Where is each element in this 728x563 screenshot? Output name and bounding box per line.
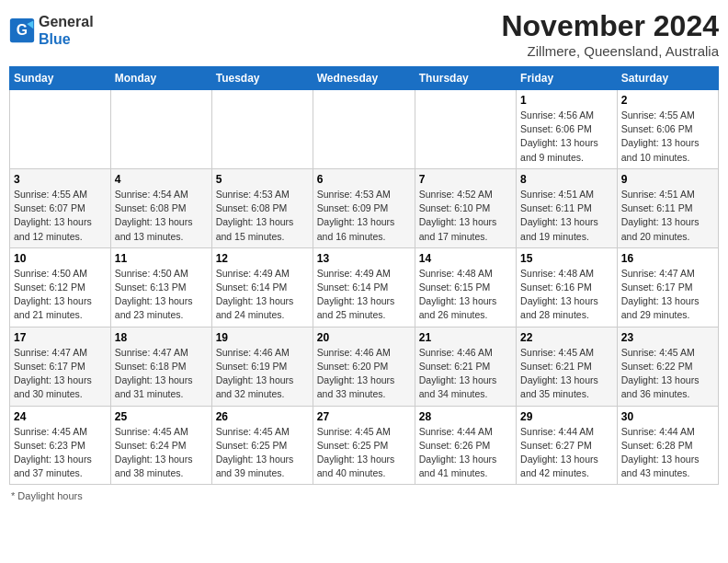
calendar-cell: 14Sunrise: 4:48 AM Sunset: 6:15 PM Dayli…: [415, 247, 516, 327]
day-number: 19: [216, 331, 309, 344]
calendar-day-header: Wednesday: [313, 67, 415, 90]
calendar-header-row: SundayMondayTuesdayWednesdayThursdayFrid…: [10, 67, 719, 90]
calendar-cell: 28Sunrise: 4:44 AM Sunset: 6:26 PM Dayli…: [415, 406, 516, 485]
day-detail: Sunrise: 4:45 AM Sunset: 6:21 PM Dayligh…: [520, 346, 613, 402]
day-detail: Sunrise: 4:45 AM Sunset: 6:25 PM Dayligh…: [317, 425, 411, 481]
day-detail: Sunrise: 4:45 AM Sunset: 6:22 PM Dayligh…: [621, 346, 714, 402]
calendar-cell: 18Sunrise: 4:47 AM Sunset: 6:18 PM Dayli…: [110, 327, 211, 406]
day-detail: Sunrise: 4:52 AM Sunset: 6:10 PM Dayligh…: [419, 188, 512, 244]
day-number: 8: [520, 173, 613, 186]
day-detail: Sunrise: 4:51 AM Sunset: 6:11 PM Dayligh…: [520, 188, 613, 244]
day-detail: Sunrise: 4:47 AM Sunset: 6:18 PM Dayligh…: [115, 346, 208, 402]
calendar-cell: 11Sunrise: 4:50 AM Sunset: 6:13 PM Dayli…: [110, 247, 211, 327]
calendar-day-header: Sunday: [10, 67, 111, 90]
calendar-day-header: Monday: [110, 67, 211, 90]
day-number: 28: [419, 410, 512, 423]
title-block: November 2024 Zillmere, Queensland, Aust…: [501, 9, 719, 59]
calendar-table: SundayMondayTuesdayWednesdayThursdayFrid…: [9, 66, 719, 485]
day-detail: Sunrise: 4:47 AM Sunset: 6:17 PM Dayligh…: [14, 346, 107, 402]
day-detail: Sunrise: 4:53 AM Sunset: 6:09 PM Dayligh…: [317, 188, 411, 244]
logo-icon: G: [9, 17, 35, 43]
day-detail: Sunrise: 4:46 AM Sunset: 6:19 PM Dayligh…: [216, 346, 309, 402]
day-detail: Sunrise: 4:55 AM Sunset: 6:07 PM Dayligh…: [14, 188, 107, 244]
day-number: 18: [115, 331, 208, 344]
calendar-cell: 22Sunrise: 4:45 AM Sunset: 6:21 PM Dayli…: [517, 327, 618, 406]
day-number: 1: [520, 94, 613, 107]
day-detail: Sunrise: 4:46 AM Sunset: 6:20 PM Dayligh…: [317, 346, 411, 402]
day-number: 9: [621, 173, 714, 186]
day-detail: Sunrise: 4:48 AM Sunset: 6:15 PM Dayligh…: [419, 267, 512, 323]
day-detail: Sunrise: 4:51 AM Sunset: 6:11 PM Dayligh…: [621, 188, 714, 244]
day-number: 12: [216, 252, 309, 265]
calendar-cell: 9Sunrise: 4:51 AM Sunset: 6:11 PM Daylig…: [617, 168, 718, 247]
calendar-cell: 20Sunrise: 4:46 AM Sunset: 6:20 PM Dayli…: [313, 327, 415, 406]
day-detail: Sunrise: 4:49 AM Sunset: 6:14 PM Dayligh…: [317, 267, 411, 323]
day-detail: Sunrise: 4:50 AM Sunset: 6:13 PM Dayligh…: [115, 267, 208, 323]
day-number: 20: [317, 331, 411, 344]
calendar-cell: 29Sunrise: 4:44 AM Sunset: 6:27 PM Dayli…: [517, 406, 618, 485]
logo: G General Blue: [9, 9, 94, 48]
footer-note-text: Daylight hours: [17, 490, 82, 501]
day-detail: Sunrise: 4:47 AM Sunset: 6:17 PM Dayligh…: [621, 267, 714, 323]
day-number: 3: [14, 173, 107, 186]
calendar-cell: 15Sunrise: 4:48 AM Sunset: 6:16 PM Dayli…: [517, 247, 618, 327]
calendar-cell: 4Sunrise: 4:54 AM Sunset: 6:08 PM Daylig…: [110, 168, 211, 247]
day-number: 21: [419, 331, 512, 344]
calendar-cell: 16Sunrise: 4:47 AM Sunset: 6:17 PM Dayli…: [617, 247, 718, 327]
calendar-day-header: Thursday: [415, 67, 516, 90]
month-year-title: November 2024: [501, 9, 719, 43]
day-number: 27: [317, 410, 411, 423]
calendar-cell: 8Sunrise: 4:51 AM Sunset: 6:11 PM Daylig…: [517, 168, 618, 247]
day-number: 23: [621, 331, 714, 344]
calendar-week-row: 3Sunrise: 4:55 AM Sunset: 6:07 PM Daylig…: [10, 168, 719, 247]
day-detail: Sunrise: 4:44 AM Sunset: 6:28 PM Dayligh…: [621, 425, 714, 481]
day-detail: Sunrise: 4:56 AM Sunset: 6:06 PM Dayligh…: [520, 109, 613, 165]
calendar-cell: 6Sunrise: 4:53 AM Sunset: 6:09 PM Daylig…: [313, 168, 415, 247]
day-detail: Sunrise: 4:48 AM Sunset: 6:16 PM Dayligh…: [520, 267, 613, 323]
calendar-cell: [211, 90, 313, 169]
calendar-cell: 1Sunrise: 4:56 AM Sunset: 6:06 PM Daylig…: [517, 90, 618, 169]
day-detail: Sunrise: 4:45 AM Sunset: 6:23 PM Dayligh…: [14, 425, 107, 481]
calendar-day-header: Friday: [517, 67, 618, 90]
calendar-day-header: Tuesday: [211, 67, 313, 90]
calendar-cell: 26Sunrise: 4:45 AM Sunset: 6:25 PM Dayli…: [211, 406, 313, 485]
svg-text:G: G: [17, 22, 28, 38]
calendar-cell: 3Sunrise: 4:55 AM Sunset: 6:07 PM Daylig…: [10, 168, 111, 247]
calendar-cell: [110, 90, 211, 169]
day-detail: Sunrise: 4:55 AM Sunset: 6:06 PM Dayligh…: [621, 109, 714, 165]
day-number: 24: [14, 410, 107, 423]
calendar-week-row: 17Sunrise: 4:47 AM Sunset: 6:17 PM Dayli…: [10, 327, 719, 406]
calendar-cell: 13Sunrise: 4:49 AM Sunset: 6:14 PM Dayli…: [313, 247, 415, 327]
day-detail: Sunrise: 4:45 AM Sunset: 6:25 PM Dayligh…: [216, 425, 309, 481]
calendar-cell: 10Sunrise: 4:50 AM Sunset: 6:12 PM Dayli…: [10, 247, 111, 327]
day-number: 4: [115, 173, 208, 186]
day-detail: Sunrise: 4:45 AM Sunset: 6:24 PM Dayligh…: [115, 425, 208, 481]
day-number: 15: [520, 252, 613, 265]
day-number: 29: [520, 410, 613, 423]
day-detail: Sunrise: 4:54 AM Sunset: 6:08 PM Dayligh…: [115, 188, 208, 244]
day-detail: Sunrise: 4:44 AM Sunset: 6:26 PM Dayligh…: [419, 425, 512, 481]
day-number: 5: [216, 173, 309, 186]
calendar-cell: [415, 90, 516, 169]
logo-blue-text: Blue: [39, 31, 71, 47]
day-number: 2: [621, 94, 714, 107]
calendar-cell: 12Sunrise: 4:49 AM Sunset: 6:14 PM Dayli…: [211, 247, 313, 327]
location-subtitle: Zillmere, Queensland, Australia: [501, 43, 719, 59]
calendar-cell: 2Sunrise: 4:55 AM Sunset: 6:06 PM Daylig…: [617, 90, 718, 169]
calendar-cell: 19Sunrise: 4:46 AM Sunset: 6:19 PM Dayli…: [211, 327, 313, 406]
day-detail: Sunrise: 4:50 AM Sunset: 6:12 PM Dayligh…: [14, 267, 107, 323]
day-number: 10: [14, 252, 107, 265]
calendar-day-header: Saturday: [617, 67, 718, 90]
calendar-cell: 7Sunrise: 4:52 AM Sunset: 6:10 PM Daylig…: [415, 168, 516, 247]
calendar-cell: 17Sunrise: 4:47 AM Sunset: 6:17 PM Dayli…: [10, 327, 111, 406]
day-detail: Sunrise: 4:46 AM Sunset: 6:21 PM Dayligh…: [419, 346, 512, 402]
calendar-cell: 25Sunrise: 4:45 AM Sunset: 6:24 PM Dayli…: [110, 406, 211, 485]
day-number: 26: [216, 410, 309, 423]
day-number: 14: [419, 252, 512, 265]
calendar-week-row: 1Sunrise: 4:56 AM Sunset: 6:06 PM Daylig…: [10, 90, 719, 169]
day-detail: Sunrise: 4:44 AM Sunset: 6:27 PM Dayligh…: [520, 425, 613, 481]
calendar-cell: [313, 90, 415, 169]
calendar-cell: 21Sunrise: 4:46 AM Sunset: 6:21 PM Dayli…: [415, 327, 516, 406]
calendar-week-row: 10Sunrise: 4:50 AM Sunset: 6:12 PM Dayli…: [10, 247, 719, 327]
logo-general-text: General: [39, 14, 94, 29]
